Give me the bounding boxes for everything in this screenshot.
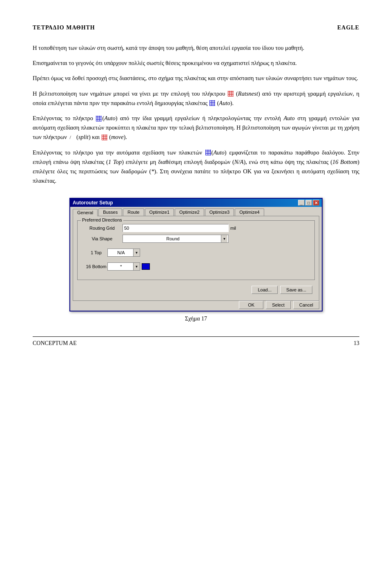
layer-16-arrow[interactable]: ▼ [133,263,140,270]
layer-1-label: 1 Top [85,250,107,255]
ok-button[interactable]: OK [239,301,263,309]
footer-left: CONCEPTUM AE [33,340,77,347]
paragraph-5: Επιλέγοντας το πλήκτρο (Auto) από την ίδ… [33,114,359,142]
layer-16-row: 16 Bottom * ▼ [82,262,310,271]
via-shape-select[interactable]: Round ▼ [122,235,229,243]
page-header: ΤΕΤΡΑΔΙΟ ΜΑΘΗΤΗ EAGLE [33,25,359,31]
paragraph-6: Επιλέγοντας το πλήκτρο για την αυτόματα … [33,148,359,186]
ok-cancel-buttons: OK Select Cancel [70,301,322,311]
auto-icon-2 [96,116,102,121]
maximize-button[interactable]: □ [305,200,312,206]
routing-grid-row: Routing Grid mil [82,224,310,232]
tab-busses[interactable]: Busses [98,208,122,216]
move-icon [102,134,107,140]
minimize-button[interactable]: _ [298,200,305,206]
close-button[interactable]: ✕ [313,200,319,206]
layer-1-value: N/A [108,250,133,255]
auto-icon-3 [205,150,211,155]
dialog-tabs: General Busses Route Optimize1 Optimize2… [70,207,322,216]
layer-1-combo[interactable]: N/A ▼ [107,249,140,257]
tab-route[interactable]: Route [123,208,144,216]
split-icon [69,134,74,140]
ratsnest-icon [228,91,234,96]
paragraph-2: Επισημαίνεται το γεγονός ότι υπάρχουν πο… [33,58,359,68]
routing-grid-unit: mil [230,226,236,231]
footer-right: 13 [354,340,359,347]
titlebar-buttons: _ □ ✕ [298,200,319,206]
load-save-buttons: Load... Save as... [77,284,315,296]
dialog-content: Preferred Directions Routing Grid mil Vi… [73,216,319,301]
via-shape-label: Via Shape [82,236,122,241]
header-right: EAGLE [337,25,359,31]
layer-16-color [142,263,150,270]
routing-grid-label: Routing Grid [82,226,122,231]
body-text: Η τοποθέτηση των υλικών στη σωστή, κατά … [33,43,359,186]
tab-optimize4[interactable]: Optimize4 [235,208,264,216]
auto-icon-1 [209,100,215,106]
save-as-button[interactable]: Save as... [280,286,312,294]
tab-general[interactable]: General [73,209,98,216]
dialog-title: Autorouter Setup [73,200,113,206]
paragraph-3: Πρέπει όμως να δοθεί προσοχή στις διαστά… [33,74,359,83]
routing-grid-input[interactable] [122,224,229,232]
preferred-directions-group: Preferred Directions Routing Grid mil Vi… [77,220,315,280]
page: ΤΕΤΡΑΔΙΟ ΜΑΘΗΤΗ EAGLE Η τοποθέτηση των υ… [0,0,392,359]
layer-1-arrow[interactable]: ▼ [133,249,140,256]
header-left: ΤΕΤΡΑΔΙΟ ΜΑΘΗΤΗ [33,25,95,31]
cancel-button[interactable]: Cancel [293,301,319,309]
dialog-window: Autorouter Setup _ □ ✕ General Busses Ro… [69,198,323,311]
paragraph-4: Η βελτιστοποίηση των νημάτων μπορεί να γ… [33,89,359,108]
dialog-titlebar: Autorouter Setup _ □ ✕ [70,199,322,207]
via-shape-row: Via Shape Round ▼ [82,235,310,243]
layer-1-row: 1 Top N/A ▼ [82,249,310,257]
layer-16-label: 16 Bottom [85,264,107,269]
layer-16-value: * [108,264,133,269]
figure-container: Autorouter Setup _ □ ✕ General Busses Ro… [33,198,359,322]
select-button[interactable]: Select [266,301,291,309]
layer-16-combo[interactable]: * ▼ [107,262,140,271]
page-footer: CONCEPTUM AE 13 [33,336,359,347]
group-box-label: Preferred Directions [81,217,123,222]
via-shape-value: Round [124,236,221,241]
tab-optimize1[interactable]: Optimize1 [145,208,174,216]
via-shape-arrow[interactable]: ▼ [221,235,227,242]
load-button[interactable]: Load... [252,286,278,294]
tab-optimize3[interactable]: Optimize3 [205,208,234,216]
tab-optimize2[interactable]: Optimize2 [175,208,204,216]
paragraph-1: Η τοποθέτηση των υλικών στη σωστή, κατά … [33,43,359,53]
figure-caption: Σχήμα 17 [33,316,359,322]
